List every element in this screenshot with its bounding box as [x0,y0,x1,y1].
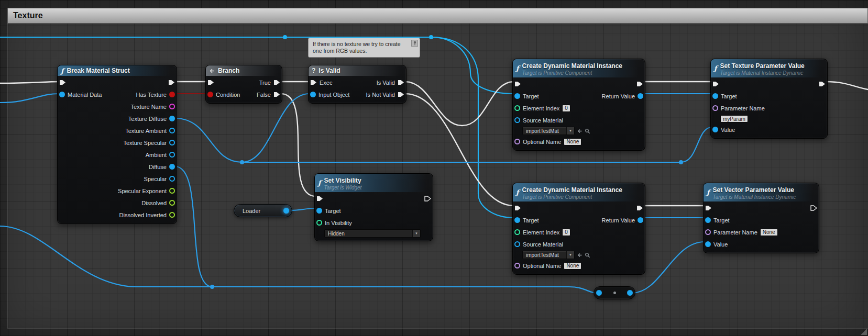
condition-pin[interactable] [207,92,213,97]
element-index-pin[interactable] [514,105,520,111]
target-pin[interactable] [705,217,711,223]
dissolved-inverted-pin[interactable] [169,212,175,218]
chevron-down-icon: ▼ [566,127,574,135]
return-value-pin[interactable] [638,217,643,223]
exec-in-pin[interactable] [514,81,521,87]
exec-in-pin[interactable] [207,80,214,85]
pin-label: In Visibility [325,220,352,226]
element-index-field[interactable]: 0 [562,229,570,236]
browse-asset-icon[interactable] [585,128,590,134]
is-valid-exec-out-pin[interactable] [398,80,404,85]
in-visibility-pin[interactable] [316,220,322,226]
node-subtitle: Target is Widget [324,185,362,191]
target-pin[interactable] [514,93,520,99]
exec-in-pin[interactable] [514,205,521,211]
texture-specular-pin[interactable] [169,140,175,145]
diffuse-pin[interactable] [169,164,175,170]
function-icon: ƒ [61,68,64,74]
pin-label: Parameter Name [713,229,757,236]
exec-out-pin[interactable] [636,205,643,211]
value-pin[interactable] [705,241,711,247]
pin-label: Texture Diffuse [128,116,167,122]
pin-label: Dissolved Inverted [119,212,167,218]
loader-output-pin[interactable] [283,208,289,214]
node-is-valid[interactable]: ? Is Valid Exec Is Valid Input Object Is… [308,65,406,104]
comment-bubble-pin-icon[interactable] [411,40,418,47]
pin-label: Specular Exponent [118,188,167,194]
pin-label: Condition [216,92,240,98]
input-object-pin[interactable] [310,92,316,97]
target-pin[interactable] [316,208,322,214]
node-create-dynamic-material-instance-1[interactable]: ƒ Create Dynamic Material Instance Targe… [512,59,645,151]
exec-in-pin[interactable] [705,205,712,211]
return-value-pin[interactable] [638,93,643,99]
optional-name-field[interactable]: None [564,138,581,145]
comment-title-bar[interactable]: Texture [7,8,868,24]
browse-asset-icon[interactable] [585,252,590,258]
node-set-texture-parameter-value[interactable]: ƒ Set Texture Parameter Value Target is … [710,59,828,139]
is-not-valid-exec-out-pin[interactable] [398,92,404,97]
resize-grip-icon[interactable] [861,329,867,335]
parameter-name-pin[interactable] [705,229,711,235]
pin-label: Optional Name [523,263,561,269]
reroute-out-pin[interactable] [627,290,633,296]
reroute-in-pin[interactable] [596,290,602,296]
dissolved-pin[interactable] [169,200,175,206]
pin-label: Return Value [602,217,635,223]
exec-in-pin[interactable] [59,80,66,85]
optional-name-field[interactable]: None [564,262,581,270]
node-set-vector-parameter-value[interactable]: ƒ Set Vector Parameter Value Target is M… [703,183,819,253]
parameter-name-field[interactable]: myParam [720,115,748,122]
has-texture-pin[interactable] [169,92,175,97]
parameter-name-pin[interactable] [712,105,718,111]
node-reroute[interactable] [594,286,635,299]
pin-label: Element Index [523,105,559,111]
node-branch[interactable]: Branch True Condition False [205,65,282,104]
exec-out-pin[interactable] [810,205,817,211]
blueprint-graph-canvas[interactable]: Texture If there is no texture [0,0,868,336]
exec-out-pin[interactable] [819,81,826,87]
exec-in-pin[interactable] [316,196,323,201]
pin-label: Input Object [318,92,349,98]
target-pin[interactable] [712,93,718,99]
element-index-pin[interactable] [514,229,520,235]
node-create-dynamic-material-instance-2[interactable]: ƒ Create Dynamic Material Instance Targe… [512,183,645,275]
parameter-name-field[interactable]: None [760,229,778,236]
texture-ambient-pin[interactable] [169,128,175,133]
texture-diffuse-pin[interactable] [169,116,175,121]
ambient-pin[interactable] [169,152,175,158]
specular-pin[interactable] [169,176,175,182]
optional-name-pin[interactable] [514,263,520,268]
target-pin[interactable] [514,217,520,223]
pin-label: Material Data [68,92,102,98]
use-selected-asset-icon[interactable] [577,252,583,258]
pin-label: False [257,92,271,98]
pin-label: Specular [144,176,167,182]
element-index-field[interactable]: 0 [562,105,570,112]
specular-exponent-pin[interactable] [169,188,175,194]
value-pin[interactable] [712,127,718,132]
exec-out-pin[interactable] [424,196,431,201]
exec-out-pin[interactable] [168,80,175,85]
source-material-dropdown[interactable]: importTestMat ▼ [522,251,575,259]
node-header: Branch [206,65,282,76]
pin-label: Value [713,241,728,248]
pin-label: Source Material [523,117,563,124]
node-break-material-struct[interactable]: ƒ Break Material Struct Material Data Ha… [57,65,177,224]
use-selected-asset-icon[interactable] [577,128,583,134]
exec-out-pin[interactable] [636,81,643,87]
node-loader-variable[interactable]: Loader [234,204,292,217]
visibility-dropdown[interactable]: Hidden ▼ [324,229,421,238]
source-material-dropdown[interactable]: importTestMat ▼ [522,127,575,135]
node-comment-bubble[interactable]: If there is no texture we try to create … [308,38,420,58]
exec-in-pin[interactable] [712,81,719,87]
material-data-pin[interactable] [59,92,65,97]
optional-name-pin[interactable] [514,139,520,144]
source-material-pin[interactable] [514,241,520,247]
texture-name-pin[interactable] [169,104,175,109]
false-exec-out-pin[interactable] [273,92,280,97]
exec-in-pin[interactable] [310,80,317,85]
true-exec-out-pin[interactable] [273,80,280,85]
source-material-pin[interactable] [514,117,520,123]
node-set-visibility[interactable]: ƒ Set Visibility Target is Widget Target… [314,173,433,241]
